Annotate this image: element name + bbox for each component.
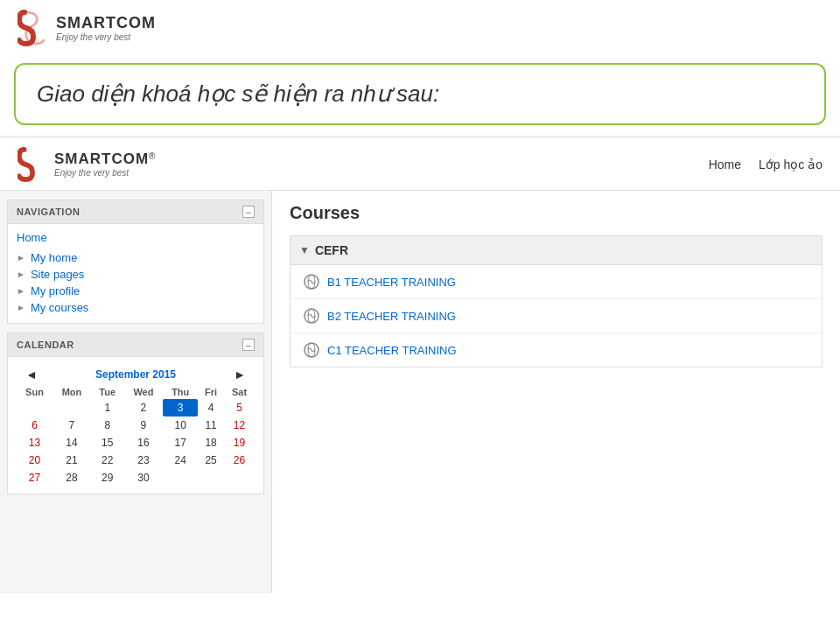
calendar-day[interactable]: 17 [163, 434, 198, 452]
calendar-week-row: 27282930 [17, 469, 255, 486]
course-icon [303, 307, 320, 325]
page-title: Courses [290, 203, 822, 223]
calendar-day [163, 469, 198, 486]
category-name: CEFR [315, 243, 348, 257]
site-wrapper: SMARTCOM® Enjoy the very best Home Lớp h… [0, 136, 840, 593]
nav-home-anchor[interactable]: Home [17, 231, 255, 244]
calendar-day [224, 469, 255, 486]
calendar-day[interactable]: 6 [17, 416, 52, 434]
calendar-day[interactable]: 2 [124, 399, 164, 416]
calendar-day[interactable]: 22 [91, 452, 124, 469]
weekday-tue: Tue [91, 385, 124, 399]
calendar-day[interactable]: 18 [198, 434, 224, 452]
category-section: ▼ CEFR B1 TEACHER TRAINING [290, 235, 822, 368]
calendar-block-body: ◄ September 2015 ► Sun Mon Tue Wed Thu [8, 357, 263, 494]
weekday-sun: Sun [17, 385, 52, 399]
calendar-day[interactable]: 20 [17, 452, 52, 469]
course-list: B1 TEACHER TRAINING B2 TEACHER TRAINING [290, 265, 822, 368]
list-item: ► My courses [17, 299, 255, 316]
site-brand: SMARTCOM® [54, 150, 155, 168]
category-header[interactable]: ▼ CEFR [290, 235, 822, 265]
navigation-header-label: NAVIGATION [17, 206, 80, 217]
calendar-block: CALENDAR – ◄ September 2015 ► Sun Mon [7, 332, 264, 494]
calendar-day[interactable]: 16 [124, 434, 164, 452]
calendar-block-header: CALENDAR – [8, 333, 263, 357]
announcement-box: Giao diện khoá học sẽ hiện ra như sau: [14, 63, 826, 125]
site-navigation: Home Lớp học ảo [709, 158, 822, 172]
site-logo-text: SMARTCOM® Enjoy the very best [54, 150, 155, 178]
calendar-day[interactable]: 19 [224, 434, 255, 452]
calendar-day[interactable]: 1 [91, 399, 124, 416]
top-logo-text: SMARTCOM Enjoy the very best [56, 14, 156, 42]
course-c1-link[interactable]: C1 TEACHER TRAINING [327, 344, 457, 357]
list-item: ► Site pages [17, 266, 255, 283]
site-logo: SMARTCOM® Enjoy the very best [18, 146, 155, 183]
nav-my-profile-link[interactable]: My profile [31, 284, 80, 298]
nav-arrow-icon: ► [17, 286, 25, 296]
calendar-collapse-icon[interactable]: – [242, 339, 255, 351]
nav-home-link[interactable]: Home [709, 158, 741, 172]
calendar-day[interactable]: 26 [224, 452, 255, 469]
sidebar: NAVIGATION – Home ► My home ► Site pages [0, 191, 271, 593]
calendar-day[interactable]: 24 [163, 452, 198, 469]
list-item: ► My home [17, 249, 255, 266]
calendar-day[interactable]: 30 [124, 469, 164, 486]
calendar-day[interactable]: 25 [198, 452, 224, 469]
calendar-weekday-row: Sun Mon Tue Wed Thu Fri Sat [17, 385, 255, 399]
calendar-day[interactable]: 27 [17, 469, 52, 486]
calendar-day[interactable]: 21 [52, 452, 91, 469]
navigation-block-body: Home ► My home ► Site pages ► My profile [8, 224, 263, 323]
nav-my-courses-link[interactable]: My courses [31, 301, 88, 314]
weekday-fri: Fri [198, 385, 224, 399]
weekday-wed: Wed [124, 385, 164, 399]
course-icon [303, 341, 320, 359]
calendar-day[interactable]: 10 [163, 416, 198, 434]
calendar-month-label: September 2015 [95, 368, 176, 381]
calendar-day[interactable]: 15 [91, 434, 124, 452]
calendar-day[interactable]: 4 [198, 399, 224, 416]
nav-arrow-icon: ► [17, 270, 25, 279]
course-b1-link[interactable]: B1 TEACHER TRAINING [327, 276, 456, 289]
site-header: SMARTCOM® Enjoy the very best Home Lớp h… [0, 138, 840, 191]
nav-site-pages-link[interactable]: Site pages [31, 268, 84, 281]
calendar-week-row: 12345 [17, 399, 255, 416]
weekday-thu: Thu [163, 385, 198, 399]
weekday-mon: Mon [52, 385, 91, 399]
calendar-day[interactable]: 9 [124, 416, 164, 434]
calendar-day[interactable]: 7 [52, 416, 91, 434]
calendar-day[interactable]: 23 [124, 452, 164, 469]
calendar-day[interactable]: 13 [17, 434, 52, 452]
calendar-day[interactable]: 12 [224, 416, 255, 434]
calendar-day [17, 399, 52, 416]
calendar-table: Sun Mon Tue Wed Thu Fri Sat 123456789101… [17, 385, 255, 486]
nav-arrow-icon: ► [17, 253, 25, 262]
calendar-day [52, 399, 91, 416]
calendar-day[interactable]: 5 [224, 399, 255, 416]
calendar-next-button[interactable]: ► [230, 368, 249, 382]
calendar-day [198, 469, 224, 486]
calendar-prev-button[interactable]: ◄ [22, 368, 41, 382]
calendar-week-row: 13141516171819 [17, 434, 255, 452]
course-b2-link[interactable]: B2 TEACHER TRAINING [327, 310, 456, 323]
calendar-day[interactable]: 3 [163, 399, 198, 416]
calendar-week-row: 6789101112 [17, 416, 255, 434]
nav-items-list: ► My home ► Site pages ► My profile ► [17, 249, 255, 316]
navigation-block-header: NAVIGATION – [8, 200, 263, 224]
calendar-day[interactable]: 28 [52, 469, 91, 486]
calendar-day[interactable]: 29 [91, 469, 124, 486]
calendar-day[interactable]: 8 [91, 416, 124, 434]
navigation-collapse-icon[interactable]: – [242, 206, 255, 218]
calendar-day[interactable]: 14 [52, 434, 91, 452]
course-icon [303, 273, 320, 290]
site-tagline: Enjoy the very best [54, 168, 155, 178]
list-item: B2 TEACHER TRAINING [290, 299, 822, 333]
calendar-day[interactable]: 11 [198, 416, 224, 434]
top-brand-name: SMARTCOM [56, 14, 156, 32]
weekday-sat: Sat [224, 385, 255, 399]
navigation-block: NAVIGATION – Home ► My home ► Site pages [7, 200, 264, 324]
content-layout: NAVIGATION – Home ► My home ► Site pages [0, 191, 840, 593]
nav-my-home-link[interactable]: My home [31, 251, 77, 264]
nav-virtual-class-link[interactable]: Lớp học ảo [759, 158, 822, 172]
calendar-month-header: ◄ September 2015 ► [17, 364, 255, 385]
top-tagline: Enjoy the very best [56, 32, 156, 42]
